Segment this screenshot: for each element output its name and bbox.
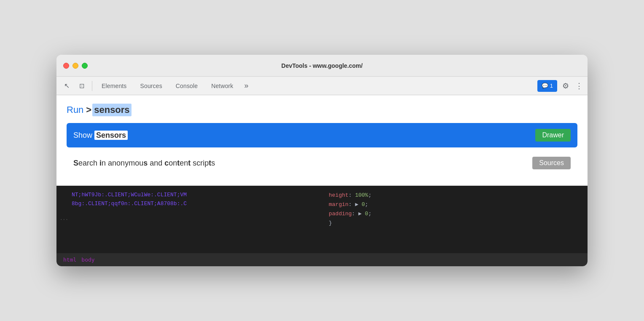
tab-sources[interactable]: Sources xyxy=(134,77,168,95)
device-icon: ⊡ xyxy=(79,82,85,90)
css-val-margin: 0 xyxy=(358,201,365,208)
tab-network[interactable]: Network xyxy=(205,77,239,95)
t-highlight: t xyxy=(177,159,180,167)
minimize-button[interactable] xyxy=(72,63,78,69)
notification-count: 1 xyxy=(550,83,553,89)
breadcrumb-body[interactable]: body xyxy=(81,257,94,263)
cursor-icon-btn[interactable]: ↖ xyxy=(60,79,73,93)
css-closing-brace: } xyxy=(329,219,581,228)
tab-elements[interactable]: Elements xyxy=(96,77,132,95)
run-label: Run xyxy=(67,104,83,115)
css-prop-height: height xyxy=(329,192,349,198)
css-prop-padding: padding xyxy=(329,211,352,217)
css-line-height: height: 100%; xyxy=(329,191,581,200)
sources-badge: Sources xyxy=(532,157,571,169)
close-button[interactable] xyxy=(63,63,69,69)
css-val-height: 100% xyxy=(355,192,368,198)
devtools-toolbar: ↖ ⊡ Elements Sources Console Network » 💬… xyxy=(56,77,588,95)
breadcrumb-html[interactable]: html xyxy=(63,257,76,263)
drawer-badge: Drawer xyxy=(535,129,571,142)
main-content: ··· NT;hWT9Jb:.CLIENT;WCulWe:.CLIENT;VM … xyxy=(56,186,588,253)
gear-icon: ⚙ xyxy=(562,81,569,91)
sensors-highlight: Sensors xyxy=(94,131,128,140)
suggestion-search-scripts[interactable]: Search in anonymous and content scripts … xyxy=(67,151,577,175)
css-prop-margin: margin xyxy=(329,201,349,208)
device-icon-btn[interactable]: ⊡ xyxy=(75,79,89,93)
devtools-window: DevTools - www.google.com/ ↖ ⊡ Elements … xyxy=(56,55,588,266)
cursor-icon: ↖ xyxy=(64,82,70,90)
command-area: Run >sensors Show Sensors Drawer Search … xyxy=(56,95,588,186)
settings-button[interactable]: ⚙ xyxy=(559,79,572,93)
kebab-menu-button[interactable]: ⋮ xyxy=(574,79,584,93)
c-highlight: c xyxy=(164,159,169,167)
suggestion-show-sensors[interactable]: Show Sensors Drawer xyxy=(67,123,577,147)
code-line-1: NT;hWT9Jb:.CLIENT;WCulWe:.CLIENT;VM xyxy=(63,191,315,200)
breadcrumb-bar: html body xyxy=(56,253,588,266)
typed-text: sensors xyxy=(92,104,131,116)
maximize-button[interactable] xyxy=(82,63,88,69)
t3-highlight: t xyxy=(209,159,211,167)
notification-button[interactable]: 💬 1 xyxy=(537,80,557,92)
t2-highlight: t xyxy=(188,159,191,167)
css-val-padding: 0 xyxy=(362,211,368,217)
toolbar-divider xyxy=(92,81,92,91)
traffic-lights xyxy=(63,63,88,69)
more-tabs-button[interactable]: » xyxy=(241,77,252,95)
right-panel: height: 100%; margin: ▶ 0; padding: ▶ 0;… xyxy=(322,186,588,253)
title-bar: DevTools - www.google.com/ xyxy=(56,55,588,77)
suggestion-search-text: Search in anonymous and content scripts xyxy=(73,159,215,168)
chevron-symbol: > xyxy=(86,104,91,115)
code-line-2: 8bg:.CLIENT;qqf0n:.CLIENT;A8708b:.C xyxy=(63,200,315,209)
command-input-line: Run >sensors xyxy=(67,104,577,116)
suggestion-show-sensors-text: Show Sensors xyxy=(73,131,128,140)
panel-handle: ··· xyxy=(60,217,68,222)
i-highlight: i xyxy=(99,159,102,167)
window-title: DevTools - www.google.com/ xyxy=(282,62,363,69)
s2-highlight: s xyxy=(143,159,148,167)
tab-console[interactable]: Console xyxy=(170,77,204,95)
chat-icon: 💬 xyxy=(542,83,548,89)
s-highlight: S xyxy=(73,159,78,167)
css-line-margin: margin: ▶ 0; xyxy=(329,200,581,209)
padding-arrow[interactable]: ▶ xyxy=(358,211,362,217)
left-panel: ··· NT;hWT9Jb:.CLIENT;WCulWe:.CLIENT;VM … xyxy=(56,186,322,253)
css-line-padding: padding: ▶ 0; xyxy=(329,209,581,219)
